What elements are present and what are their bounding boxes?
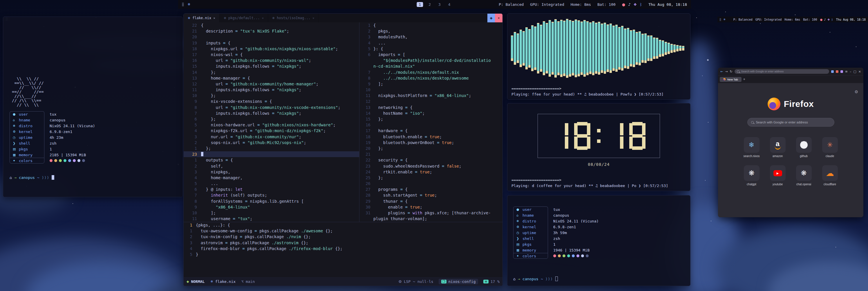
code-line[interactable]: 18 bluetooth.enable = true; [360,134,502,140]
bluetooth-icon[interactable]: ᛒ [832,18,833,21]
code-line[interactable]: 7 inherit (self) outputs; [184,192,359,198]
code-line[interactable]: 3 nixpkgs, [184,169,359,175]
code-line[interactable]: 21 description = "tux's NixOS Flake"; [184,28,359,34]
code-line[interactable]: 2 self, [184,163,359,169]
code-line[interactable]: 5 nixos-hardware.url = "github:nixos/nix… [184,122,359,128]
code-line[interactable]: 17 hardware = { [360,128,502,134]
code-line[interactable]: 14 hostName = "iso"; [360,110,502,116]
code-line[interactable]: 8 forAllSystems = nixpkgs.lib.genAttrs [ [184,198,359,204]
code-line[interactable]: 18 nixpkgs.url = "github:nixos/nixpkgs/n… [184,46,359,52]
code-line[interactable]: 16 url = "github:nix-community/nixos-wsl… [184,58,359,63]
pane-flake-nix[interactable]: 22{21 description = "tux's NixOS Flake";… [184,22,359,222]
workspace-2[interactable]: 2 [427,2,433,7]
gear-icon[interactable]: ⚙ [855,89,858,94]
clock-widget[interactable]: Thu Aug 08, 18:18 [648,2,687,7]
menu-icon[interactable]: ⣿ [719,18,721,21]
nixos-logo-icon[interactable]: ❄ [188,2,191,6]
code-line[interactable]: 14 }; [184,69,359,75]
code-line[interactable]: 23 [184,151,359,157]
code-line[interactable]: 1{ [360,22,502,28]
shortcut-claude[interactable]: ✳claude [817,137,842,158]
record-icon[interactable]: ● [622,2,625,7]
code-line[interactable]: 9 "x86_64-linux" [184,204,359,210]
code-line[interactable]: 13 networking = { [360,105,502,110]
code-line[interactable]: 23 sudo.wheelNeedsPassword = false; [360,163,502,169]
maximize-icon[interactable]: ▢ [853,70,856,74]
code-line[interactable]: 15 inputs.nixpkgs.follows = "nixpkgs"; [184,63,359,69]
code-line[interactable]: 2 tux-nvim-config = pkgs.callPackage ./n… [184,234,502,240]
shortcut-amazon[interactable]: aamazon [765,137,790,158]
code-line[interactable]: 10 [360,87,502,93]
close-icon[interactable]: × [859,70,861,74]
code-line[interactable]: 27 programs = { [360,186,502,192]
code-line[interactable]: 3 astronvim = pkgs.callPackage ./astronv… [184,240,502,246]
code-line[interactable]: 11 inputs.nixpkgs.follows = "nixpkgs"; [184,87,359,93]
hamburger-menu-icon[interactable]: ≡ [845,70,848,74]
code-line[interactable]: 16 [360,122,502,128]
code-line[interactable]: 5 ... [184,181,359,186]
close-icon[interactable]: × [312,16,314,20]
code-line[interactable]: 9 ]; [360,81,502,87]
code-line[interactable]: 20 [184,34,359,40]
search-input[interactable]: Search with Google or enter address [747,118,834,127]
shortcut-chat.openai[interactable]: ❋chat.openai [792,165,816,186]
code-line[interactable]: 1 }; [184,146,359,151]
shortcut-youtube[interactable]: ▶youtube [765,165,790,186]
code-line[interactable]: 6 }; [184,116,359,122]
buffer-tab-hosts-isoImag-[interactable]: ❄hosts/isoImag...× [268,13,318,22]
code-line[interactable]: 26 [360,181,502,186]
buffer-close-button[interactable]: × [495,13,502,22]
code-line[interactable]: 3 nur.url = "github:nix-community/nur"; [184,134,359,140]
minimize-icon[interactable]: – [850,70,851,74]
shield-icon[interactable]: ❖ [827,18,830,21]
clock-widget[interactable]: Thu Aug 08, 18:18 [836,18,866,21]
new-tab-button[interactable]: + [743,77,745,81]
code-line[interactable]: plugin thunar-volman]; [360,216,502,222]
code-line[interactable]: 4 ... [360,40,502,46]
code-line[interactable]: 8 url = "github:nix-community/nix-vscode… [184,105,359,110]
shortcut-chatgpt[interactable]: ❋chatgpt [739,165,764,186]
bluetooth-icon[interactable]: ᛒ [640,2,642,7]
code-line[interactable]: 1 outputs = { [184,157,359,163]
shortcut-github[interactable]: github [792,137,816,158]
buffer-tab-flake-nix[interactable]: ❄flake.nix× [184,13,220,22]
code-line[interactable]: 29 thunar = { [360,198,502,204]
code-line[interactable]: 22 security = { [360,157,502,163]
shield-icon[interactable]: ❖ [633,2,637,7]
code-line[interactable]: 4 firefox-mod-blur = pkgs.callPackage ./… [184,246,502,252]
code-line[interactable]: 19 inputs = { [184,40,359,46]
code-line[interactable]: 6 } @ inputs: let [184,186,359,192]
buffer-tab-pkgs-default-[interactable]: ❄pkgs/default...× [220,13,268,22]
nixos-logo-icon[interactable]: ❄ [723,18,726,21]
shell-prompt[interactable]: ⌂ → canopus ~ ))) [513,277,558,281]
forward-icon[interactable]: → [725,70,727,74]
code-line[interactable]: 1 tux-awesome-wm-config = pkgs.callPacka… [184,228,502,234]
music-icon[interactable]: ♪ [824,18,826,21]
code-line[interactable]: 30 enable = true; [360,204,502,210]
shortcut-cloudflare[interactable]: ☁cloudflare [817,165,842,186]
music-icon[interactable]: ♪ [628,2,630,7]
reload-icon[interactable]: ↻ [730,70,732,74]
code-line[interactable]: 21 [360,151,502,157]
code-line[interactable]: 11 username = "tux"; [184,216,359,222]
workspace-4[interactable]: 4 [446,2,453,7]
code-line[interactable]: 9 nix-vscode-extensions = { [184,98,359,104]
code-line[interactable]: 24 rtkit.enable = true; [360,169,502,175]
code-line[interactable]: 17 nixos-wsl = { [184,52,359,58]
code-line[interactable]: n-cd-minimal.nix" [360,63,502,69]
extension-icon[interactable] [831,70,834,73]
code-line[interactable]: 15 }; [360,116,502,122]
code-line[interactable]: 7 inputs.nixpkgs.follows = "nixpkgs"; [184,110,359,116]
code-line[interactable]: 5} [184,252,502,257]
code-line[interactable]: 20 }; [360,146,502,151]
code-line[interactable]: 1{pkgs, ...}: { [184,222,502,228]
pane-hosts-iso[interactable]: 1{2 pkgs,3 modulesPath,4 ...5}: {6 impor… [359,22,502,222]
tab-new-tab[interactable]: New Tab [720,77,742,82]
code-line[interactable]: 8 ../../modules/nixos/desktop/awesome [360,75,502,81]
shell-prompt[interactable]: ⌂ → canopus ~ ))) [9,175,176,180]
code-line[interactable]: "${modulesPath}/installer/cd-dvd/install… [360,58,502,63]
buffer-pick-button[interactable]: ◈ [487,13,495,22]
extension-icon[interactable] [840,70,843,73]
code-line[interactable]: 4 nixpkgs-f2k.url = "github:moni-dz/nixp… [184,128,359,134]
close-icon[interactable]: × [262,16,264,20]
